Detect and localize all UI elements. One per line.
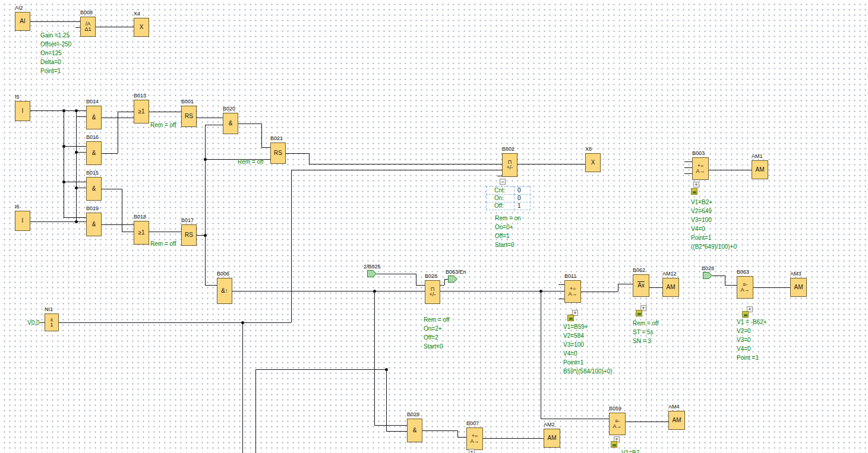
wire-segment[interactable] <box>205 125 206 285</box>
block-b020[interactable]: & <box>223 113 238 134</box>
wire-segment[interactable] <box>618 284 633 284</box>
wire-segment[interactable] <box>753 287 790 288</box>
wire-segment[interactable] <box>205 125 223 125</box>
wire-segment[interactable] <box>374 291 375 425</box>
wire-segment[interactable] <box>517 164 585 164</box>
block-am3[interactable]: AM <box>790 278 807 297</box>
wire-segment[interactable] <box>286 153 309 154</box>
block-am12[interactable]: AM <box>662 278 679 297</box>
wire-segment[interactable] <box>122 189 122 232</box>
block-b015[interactable]: & <box>86 177 102 201</box>
param-ref-icon[interactable] <box>636 310 642 316</box>
wire-segment[interactable] <box>386 369 387 431</box>
wire-segment[interactable] <box>626 422 668 422</box>
connector-flag[interactable] <box>448 275 457 283</box>
block-b062[interactable]: Ax <box>633 274 649 297</box>
block-b003[interactable]: +=A→ <box>692 157 709 180</box>
wire-segment[interactable] <box>684 167 692 168</box>
wire-segment[interactable] <box>309 153 310 164</box>
block-b018[interactable]: ≥1 <box>134 221 149 245</box>
param-ref-icon[interactable] <box>567 315 574 321</box>
wire-segment[interactable] <box>255 369 386 370</box>
wire-segment[interactable] <box>64 110 64 217</box>
wire-segment[interactable] <box>102 224 134 225</box>
wire-segment[interactable] <box>709 170 752 170</box>
wire-segment[interactable] <box>422 430 457 431</box>
wire-segment[interactable] <box>149 112 181 112</box>
block-b017[interactable]: RS <box>181 224 197 246</box>
wire-segment[interactable] <box>457 437 466 438</box>
block-b014[interactable]: & <box>86 106 102 129</box>
wire-segment[interactable] <box>618 284 618 292</box>
wire-segment[interactable] <box>416 285 425 286</box>
block-b029[interactable]: & <box>407 419 422 442</box>
block-b008[interactable]: /AΔ1 <box>80 17 96 37</box>
wire-segment[interactable] <box>30 21 80 22</box>
block-b007[interactable]: +=A→ <box>466 427 483 450</box>
wire-segment[interactable] <box>64 182 86 182</box>
wire-segment[interactable] <box>558 299 564 299</box>
wire-segment[interactable] <box>232 291 564 292</box>
wire-segment[interactable] <box>558 284 564 285</box>
collapse-minus-icon[interactable]: − <box>500 179 506 185</box>
fbd-diagram-canvas[interactable]: 2/B025B063/EnB028AIAI2/AΔ1B008XX4II5&B01… <box>0 0 868 453</box>
block-b013[interactable]: ≥1 <box>134 100 149 123</box>
block-b059[interactable]: ≡-A→ <box>609 413 626 435</box>
wire-segment[interactable] <box>122 232 134 232</box>
wire-segment[interactable] <box>497 176 502 176</box>
wire-segment[interactable] <box>75 27 80 28</box>
wire-segment[interactable] <box>374 425 407 426</box>
wire-segment[interactable] <box>416 274 416 285</box>
wire-segment[interactable] <box>205 285 217 286</box>
wire-segment[interactable] <box>725 285 737 286</box>
block-i6[interactable]: I <box>15 211 30 231</box>
connector-flag[interactable] <box>367 270 377 277</box>
wire-segment[interactable] <box>64 217 86 218</box>
wire-segment[interactable] <box>541 291 541 419</box>
wire-segment[interactable] <box>261 123 262 147</box>
block-am2[interactable]: AM <box>544 429 560 448</box>
wire-segment[interactable] <box>76 110 77 221</box>
block-b063[interactable]: ≡-A→ <box>737 276 753 299</box>
wire-segment[interactable] <box>684 173 692 174</box>
block-i5[interactable]: I <box>15 101 30 121</box>
block-b019[interactable]: & <box>86 213 102 236</box>
wire-segment[interactable] <box>684 161 692 162</box>
block-am4[interactable]: AM <box>668 411 685 430</box>
param-ref-icon[interactable] <box>691 188 697 195</box>
wire-segment[interactable] <box>64 146 86 147</box>
expand-plus-icon[interactable]: + <box>469 449 475 453</box>
param-ref-icon[interactable] <box>742 311 749 318</box>
param-ref-icon[interactable] <box>611 441 617 448</box>
block-b016[interactable]: & <box>86 141 102 165</box>
wire-segment[interactable] <box>118 112 118 153</box>
wire-segment[interactable] <box>102 153 118 154</box>
wire-segment[interactable] <box>291 170 292 322</box>
connector-flag[interactable] <box>703 272 712 279</box>
expand-plus-icon[interactable]: + <box>693 182 699 188</box>
wire-segment[interactable] <box>261 147 270 148</box>
block-am1[interactable]: AM <box>752 160 768 179</box>
wire-segment[interactable] <box>725 275 725 285</box>
block-x8[interactable]: X <box>585 153 601 172</box>
wire-segment[interactable] <box>444 279 445 285</box>
block-b002[interactable]: ⊓+/- <box>502 153 517 177</box>
wire-segment[interactable] <box>483 438 544 439</box>
wire-segment[interactable] <box>377 274 416 274</box>
wire-segment[interactable] <box>649 287 662 288</box>
wire-segment[interactable] <box>309 164 502 164</box>
wire-segment[interactable] <box>197 118 223 118</box>
block-b011[interactable]: +=A→ <box>564 280 581 303</box>
wire-segment[interactable] <box>440 285 444 286</box>
wire-segment[interactable] <box>242 322 243 453</box>
wire-segment[interactable] <box>118 112 134 112</box>
wire-segment[interactable] <box>40 322 45 323</box>
wire-segment[interactable] <box>541 419 609 419</box>
wire-segment[interactable] <box>581 292 618 292</box>
block-ai2[interactable]: AI <box>15 12 30 31</box>
block-ni1[interactable]: ±1 <box>45 313 59 331</box>
wire-segment[interactable] <box>386 431 407 432</box>
block-x4[interactable]: X <box>134 18 149 37</box>
wire-segment[interactable] <box>102 189 122 189</box>
block-b028[interactable]: ⊓+/- <box>425 280 440 304</box>
